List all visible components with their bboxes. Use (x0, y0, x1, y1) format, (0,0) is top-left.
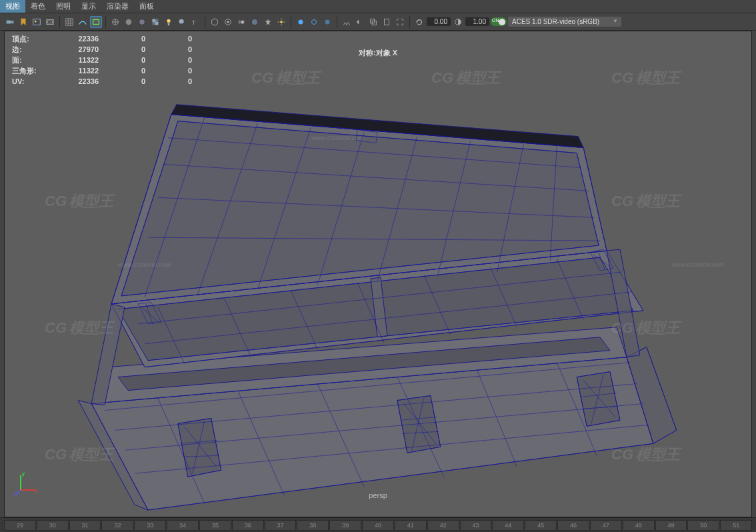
svg-rect-5 (93, 19, 99, 24)
menu-renderer[interactable]: 渲染器 (101, 0, 134, 13)
copy-icon[interactable] (367, 16, 379, 28)
paste-icon[interactable] (381, 16, 393, 28)
frame-cell[interactable]: 41 (395, 520, 427, 531)
shaded-icon[interactable] (123, 16, 135, 28)
isolate-icon[interactable] (209, 16, 221, 28)
svg-point-21 (312, 19, 317, 24)
separator (205, 16, 205, 28)
aa-icon[interactable] (308, 16, 320, 28)
image-plane-icon[interactable] (31, 16, 43, 28)
separator (59, 16, 60, 28)
frame-cell[interactable]: 31 (69, 520, 101, 531)
ao-icon[interactable]: T (189, 16, 201, 28)
select-camera-icon[interactable] (4, 16, 16, 28)
dof-icon[interactable] (295, 16, 307, 28)
svg-text:z: z (14, 491, 17, 497)
menu-panels[interactable]: 面板 (134, 0, 159, 13)
frame-cell[interactable]: 45 (525, 520, 557, 531)
wireframe-shaded-icon[interactable] (136, 16, 148, 28)
wireframe-icon[interactable] (109, 16, 121, 28)
gate-mask-icon[interactable] (90, 16, 102, 28)
frame-cell[interactable]: 37 (265, 520, 297, 531)
camera-label: persp (369, 491, 387, 499)
frame-cell[interactable]: 49 (655, 520, 687, 531)
film-gate-icon[interactable] (44, 16, 56, 28)
symmetry-hud: 对称:对象 X (359, 48, 397, 58)
curve-icon[interactable] (77, 16, 89, 28)
shadows-icon[interactable] (176, 16, 188, 28)
svg-point-12 (167, 19, 170, 22)
frame-cell[interactable]: 48 (623, 520, 655, 531)
frame-cell[interactable]: 43 (460, 520, 492, 531)
textured-icon[interactable] (149, 16, 161, 28)
separator (105, 16, 106, 28)
separator (291, 16, 291, 28)
poly-stats-hud: 顶点: 22336 0 0 边: 27970 0 0 面: 11322 0 0 … (12, 33, 192, 87)
menu-lighting[interactable]: 照明 (51, 0, 76, 13)
svg-point-7 (126, 19, 132, 25)
svg-rect-0 (7, 20, 11, 23)
svg-point-8 (139, 19, 145, 25)
gpu-icon[interactable] (321, 16, 333, 28)
frame-cell[interactable]: 51 (720, 520, 752, 531)
frame-cell[interactable]: 50 (687, 520, 719, 531)
xray-icon[interactable] (222, 16, 234, 28)
gamma-field[interactable]: 1.00 (465, 17, 489, 26)
ssao-icon[interactable] (249, 16, 261, 28)
frame-cell[interactable]: 35 (199, 520, 231, 531)
menu-view[interactable]: 视图 (0, 0, 25, 13)
svg-rect-4 (48, 21, 53, 23)
stat-row-edges: 边: 27970 0 0 (12, 44, 192, 55)
svg-text:x: x (35, 488, 38, 494)
svg-rect-10 (153, 19, 155, 21)
stat-row-verts: 顶点: 22336 0 0 (12, 33, 192, 44)
axis-gizmo[interactable]: y x z (14, 470, 41, 497)
xgen-icon[interactable] (341, 16, 353, 28)
fog-icon[interactable] (275, 16, 287, 28)
exposure-icon[interactable] (262, 16, 274, 28)
color-mgmt-toggle[interactable]: ON (491, 17, 507, 26)
svg-rect-1 (33, 19, 41, 25)
frame-cell[interactable]: 38 (297, 520, 329, 531)
frame-cell[interactable]: 29 (4, 520, 36, 531)
frame-cell[interactable]: 34 (167, 520, 199, 531)
poly-icon[interactable] (354, 16, 366, 28)
frame-cell[interactable]: 39 (329, 520, 361, 531)
expand-icon[interactable] (394, 16, 406, 28)
svg-text:T: T (192, 19, 196, 25)
frame-cell[interactable]: 42 (427, 520, 459, 531)
svg-text:y: y (22, 471, 25, 477)
svg-rect-11 (155, 22, 158, 25)
frame-cell[interactable]: 30 (37, 520, 69, 531)
menu-show[interactable]: 显示 (76, 0, 101, 13)
bookmark-icon[interactable] (17, 16, 29, 28)
stat-row-tris: 三角形: 11322 0 0 (12, 65, 192, 76)
panel-menubar: 视图 着色 照明 显示 渲染器 面板 (0, 0, 756, 13)
svg-point-13 (179, 19, 184, 23)
viewport-persp[interactable]: CG模型王 CG模型王 CG模型王 CG模型王 CG模型王 CG模型王 CG模型… (4, 31, 752, 517)
grid-icon[interactable] (63, 16, 75, 28)
svg-point-17 (227, 21, 229, 23)
lights-icon[interactable] (163, 16, 175, 28)
gamma-icon[interactable] (452, 16, 464, 28)
motion-blur-icon[interactable] (235, 16, 247, 28)
svg-point-20 (299, 19, 303, 24)
svg-rect-25 (385, 19, 389, 25)
frame-cell[interactable]: 46 (557, 520, 589, 531)
frame-cell[interactable]: 47 (590, 520, 622, 531)
frame-cell[interactable]: 33 (134, 520, 166, 531)
menu-shading[interactable]: 着色 (25, 0, 51, 13)
timeline-bar[interactable]: 29 30 31 32 33 34 35 36 37 38 39 40 41 4… (0, 517, 756, 532)
refresh-icon[interactable] (413, 16, 425, 28)
svg-point-14 (180, 23, 185, 25)
separator (337, 16, 337, 28)
frame-cell[interactable]: 36 (232, 520, 264, 531)
exposure-field[interactable]: 0.00 (427, 17, 451, 26)
separator (409, 16, 410, 28)
frame-cell[interactable]: 40 (362, 520, 394, 531)
stat-row-uvs: UV: 22336 0 0 (12, 76, 192, 87)
colorspace-dropdown[interactable]: ACES 1.0 SDR-video (sRGB) (508, 17, 621, 27)
frame-cell[interactable]: 32 (101, 520, 133, 531)
svg-point-2 (35, 20, 37, 22)
frame-cell[interactable]: 44 (492, 520, 524, 531)
